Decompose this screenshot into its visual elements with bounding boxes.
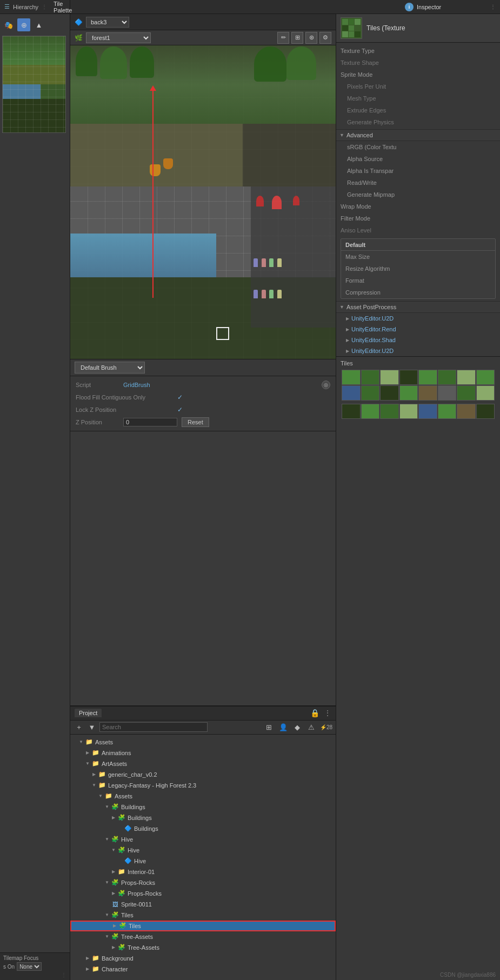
asset-thumbnail: [341, 17, 362, 39]
wrap-mode-row: Wrap Mode: [336, 201, 500, 212]
tree-item-hive-group[interactable]: ▼ 🧩 Hive: [70, 834, 336, 845]
pp-text-3[interactable]: UnityEditor.Shad: [351, 337, 396, 343]
tree-item-character[interactable]: ▶ 📁 Character: [70, 964, 336, 975]
post-process-header[interactable]: ▼ Asset PostProcess: [336, 301, 500, 313]
tree-item-animations[interactable]: ▶ 📁 Animations: [70, 748, 336, 758]
palette-dropdown[interactable]: back3: [86, 17, 129, 28]
proj-icon2[interactable]: 👤: [278, 722, 289, 732]
mini-tile-9: [342, 385, 361, 401]
script-value[interactable]: GridBrush: [123, 382, 317, 388]
project-tab[interactable]: Project: [75, 709, 102, 717]
tree-item-props-group[interactable]: ▼ 🧩 Props-Rocks: [70, 877, 336, 888]
tree-item-tree-assets-sub[interactable]: ▶ 🧩 Tree-Assets: [70, 942, 336, 953]
hierarchy-section[interactable]: ☰ Hierarchy ⋮ Tile Palette: [0, 0, 70, 14]
mini-tile-11: [380, 385, 399, 401]
proj-badge: ⚡28: [320, 724, 332, 730]
tree-assets-sub-arrow: ▶: [110, 944, 117, 951]
props-group-label: Props-Rocks: [121, 879, 155, 886]
add-down-btn[interactable]: ▼: [86, 722, 97, 732]
tree-item-tree-assets-group[interactable]: ▼ 🧩 Tree-Assets: [70, 931, 336, 942]
globe-btn[interactable]: ⊛: [305, 32, 317, 44]
pp-item-2[interactable]: ▶ UnityEditor.Rend: [336, 324, 500, 335]
advanced-title: Advanced: [346, 132, 373, 138]
animations-label: Animations: [102, 750, 131, 756]
mini-tile-19: [380, 404, 399, 419]
max-size-row: Max Size: [341, 251, 495, 263]
right-panel: Tiles (Texture Texture Type Texture Shap…: [336, 14, 500, 980]
tree-item-background[interactable]: ▶ 📁 Background: [70, 953, 336, 964]
proj-icon3[interactable]: ◆: [292, 722, 303, 732]
tree-item-interior[interactable]: ▶ 📁 Interior-01: [70, 866, 336, 877]
texture-shape-label: Texture Shape: [341, 59, 416, 66]
tree-item-props-sub[interactable]: ▶ 🧩 Props-Rocks: [70, 888, 336, 899]
srgb-row: sRGB (Color Textu: [336, 141, 500, 153]
tree-item-buildings-sub[interactable]: ▶ 🧩 Buildings: [70, 812, 336, 823]
scene-tool-3[interactable]: ▲: [32, 18, 45, 31]
tree-item-hive-tile[interactable]: ▶ 🔷 Hive: [70, 856, 336, 866]
reset-btn[interactable]: Reset: [182, 417, 209, 427]
props-group-icon: 🧩: [111, 879, 119, 886]
pencil-btn[interactable]: ✏: [277, 32, 289, 44]
tree-assets-group-arrow: ▼: [104, 934, 110, 940]
tree-item-generic[interactable]: ▶ 📁 generic_char_v0.2: [70, 769, 336, 780]
proj-icon4[interactable]: ⚠: [306, 722, 317, 732]
tree-item-sprite[interactable]: ▶ 🖼 Sprite-0011: [70, 899, 336, 910]
tiles-selected-arrow: ▶: [111, 923, 118, 929]
tilemap-none-select[interactable]: None: [17, 962, 42, 971]
pp-text-1[interactable]: UnityEditor.U2D: [351, 315, 394, 322]
z-pos-input[interactable]: [123, 418, 177, 426]
file-tree[interactable]: ▼ 📁 Assets ▶ 📁 Animations ▼ 📁 ArtAssets: [70, 735, 336, 981]
sprite-label: Sprite-0011: [121, 901, 152, 908]
project-lock-icon[interactable]: 🔒: [310, 709, 319, 717]
lock-z-row: Lock Z Position ✓: [76, 404, 330, 415]
pp-text-4[interactable]: UnityEditor.U2D: [351, 348, 394, 354]
props-sub-arrow: ▶: [110, 890, 117, 897]
script-circle-btn[interactable]: ◎: [322, 381, 330, 389]
pp-item-4[interactable]: ▶ UnityEditor.U2D: [336, 345, 500, 356]
hive-folder-icon: 🧩: [118, 846, 125, 854]
artassets-arrow: ▼: [84, 761, 91, 767]
tree-item-assets[interactable]: ▼ 📁 Assets: [70, 737, 336, 748]
selection-cursor: [216, 327, 229, 340]
buildings-sub-arrow: ▶: [110, 815, 117, 821]
pp-arrow-3: ▶: [346, 338, 349, 343]
tile-palette-tab[interactable]: Tile Palette: [54, 1, 72, 14]
format-label: Format: [345, 277, 421, 284]
search-input[interactable]: [99, 722, 208, 732]
generic-arrow: ▶: [91, 771, 97, 778]
tree-item-hive-folder[interactable]: ▼ 🧩 Hive: [70, 845, 336, 856]
forest-dropdown[interactable]: forest1: [86, 32, 151, 43]
tree-item-tiles-selected[interactable]: ▶ 🧩 Tiles: [70, 921, 336, 931]
add-btn[interactable]: +: [74, 722, 84, 732]
pp-text-2[interactable]: UnityEditor.Rend: [351, 326, 396, 332]
tilemap-focus-bar: Tilemap Focus s On None ⋮: [0, 952, 70, 980]
hive-tile-icon: 🔷: [124, 857, 132, 865]
tree-item-tiles-group[interactable]: ▼ 🧩 Tiles: [70, 910, 336, 921]
scene-tool-2[interactable]: ⊕: [17, 18, 30, 31]
tree-item-assets-sub[interactable]: ▼ 📁 Assets: [70, 791, 336, 802]
pp-item-3[interactable]: ▶ UnityEditor.Shad: [336, 335, 500, 345]
scene-tool-1[interactable]: 🎭: [2, 18, 15, 31]
advanced-section-header[interactable]: ▼ Advanced: [336, 129, 500, 141]
tree-item-buildings-group[interactable]: ▼ 🧩 Buildings: [70, 802, 336, 812]
project-dots-icon[interactable]: ⋮: [324, 709, 331, 717]
tree-item-buildings-tile[interactable]: ▶ 🔷 Buildings: [70, 823, 336, 834]
settings-btn[interactable]: ⚙: [319, 32, 331, 44]
tree-item-legacy[interactable]: ▼ 📁 Legacy-Fantasy - High Forest 2.3: [70, 780, 336, 791]
tile-palette-area[interactable]: [70, 45, 336, 359]
tree-item-artassets[interactable]: ▼ 📁 ArtAssets: [70, 758, 336, 769]
compression-label: Compression: [345, 289, 421, 296]
generic-folder-icon: 📁: [98, 771, 106, 778]
mini-tile-14: [438, 385, 457, 401]
grid-btn[interactable]: ⊞: [291, 32, 303, 44]
mini-tile-6: [438, 370, 457, 385]
inspector-icon: i: [405, 3, 414, 11]
z-pos-label: Z Position: [76, 419, 119, 425]
props-sub-icon: 🧩: [118, 890, 125, 897]
pp-item-1[interactable]: ▶ UnityEditor.U2D: [336, 313, 500, 324]
tiles-mini-grid: [341, 369, 496, 402]
brush-dropdown[interactable]: Default Brush: [75, 362, 145, 374]
legacy-folder-icon: 📁: [98, 782, 106, 789]
artassets-label: ArtAssets: [102, 761, 127, 767]
proj-icon1[interactable]: ⊞: [264, 722, 275, 732]
